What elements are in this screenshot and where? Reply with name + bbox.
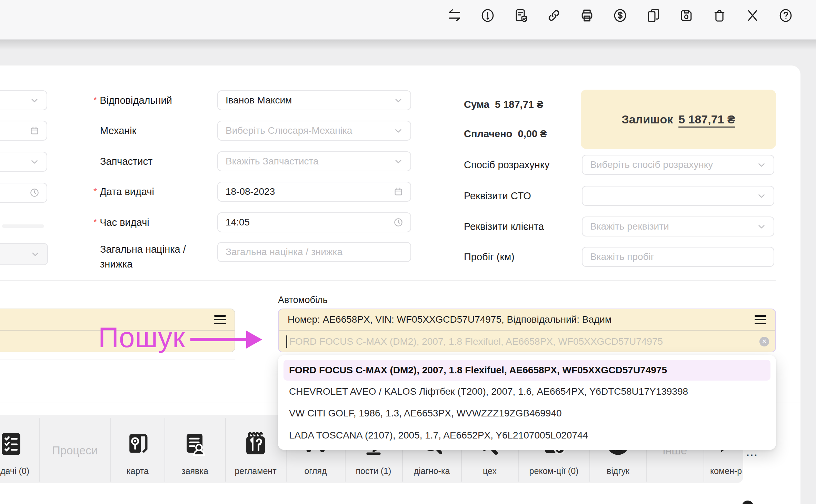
menu-icon[interactable] [214,315,226,324]
toolbar-item-diagnostics[interactable]: діагно-ка [414,466,450,476]
markup-placeholder: Загальна націнка / знижка [226,246,342,258]
copy-icon[interactable] [646,8,661,23]
toolbar-item-comments[interactable]: комен-р [710,466,742,476]
issue-time-value: 14:05 [226,217,250,228]
screenshot-canvas: *Відповідальний Механік Запчастист *Дата… [0,0,816,504]
insurance-doc-icon[interactable] [513,8,528,23]
link-icon[interactable] [546,8,561,23]
parts-specialist-select[interactable]: Вкажіть Запчастиста [217,151,411,171]
toolbar-actions [447,8,793,23]
mechanic-placeholder: Виберіть Слюсаря-Механіка [226,125,352,136]
issue-time-input[interactable]: 14:05 [217,212,411,232]
vehicle-option[interactable]: VW CITI GOLF, 1986, 1.3, AE6653PX, WVWZZ… [283,403,770,424]
parts-specialist-placeholder: Вкажіть Запчастиста [226,156,319,167]
chevron-down-icon [393,156,404,167]
markup-input[interactable]: Загальна націнка / знижка [217,242,411,262]
vehicle-search-panel: Номер: AE6658PX, VIN: WF05XXGCD57U74975,… [278,309,776,352]
toolbar-item-posts[interactable]: пости (1) [356,466,391,476]
toolbar-item-workshop[interactable]: цех [483,466,497,476]
calendar-tools-icon[interactable] [242,431,269,457]
label-markup-line2: знижка [100,259,132,270]
vehicle-option[interactable]: CHEVROLET AVEO / KALOS Ліфтбек (Т200), 2… [283,381,770,402]
label-mileage: Пробіг (км) [464,251,515,263]
chevron-down-icon [393,95,404,105]
label-client-details: Реквізити клієнта [464,221,544,232]
request-doc-icon[interactable] [182,431,208,457]
stub-select-2[interactable] [0,152,47,172]
save-icon[interactable] [679,8,694,23]
toolbar-item-recommendations[interactable]: реком-ції (0) [529,466,579,476]
mileage-input[interactable]: Вкажіть пробіг [582,247,774,267]
payment-method-placeholder: Виберіть спосіб розрахунку [590,159,713,170]
chevron-down-icon [756,191,767,201]
menu-icon[interactable] [755,315,766,324]
responsible-select[interactable]: Іванов Максим [217,90,411,110]
text-cursor [286,335,287,348]
toolbar-item-processes: Процеси [52,444,98,457]
toolbar-item-tasks[interactable]: адачі (0) [0,466,29,476]
alert-icon[interactable] [480,8,495,23]
toolbar-item-inspection[interactable]: огляд [304,466,327,476]
transfer-icon[interactable] [447,8,462,23]
label-markup-line1: Загальна націнка / [100,244,186,255]
toolbar-item-request[interactable]: заявка [181,466,208,476]
chevron-down-icon [756,221,767,232]
chevron-down-icon [29,157,40,167]
label-responsible: *Відповідальний [93,95,172,106]
left-list-divider [0,360,235,360]
client-details-select[interactable]: Вкажіть реквізити [582,216,774,236]
payment-icon[interactable] [613,8,628,23]
vehicle-option[interactable]: FORD FOCUS C-MAX (DM2), 2007, 1.8 Flexif… [283,360,770,381]
label-sto-details: Реквізити СТО [464,190,531,202]
toolbar-item-feedback[interactable]: відгук [607,466,629,476]
stub-time-field[interactable] [0,183,47,203]
issue-date-value: 18-08-2023 [226,186,275,197]
issue-date-input[interactable]: 18-08-2023 [217,182,411,202]
label-payment-method: Спосіб розрахунку [464,159,549,171]
client-details-placeholder: Вкажіть реквізити [590,221,669,232]
vehicle-selected-row[interactable]: Номер: AE6658PX, VIN: WF05XXGCD57U74975,… [279,309,775,331]
sum-value: 5 187,71 ₴ [495,99,543,110]
sto-details-select[interactable] [582,186,774,206]
mechanic-select[interactable]: Виберіть Слюсаря-Механіка [217,121,411,141]
stub-date-field[interactable] [0,121,47,141]
search-annotation-text: Пошук [98,321,185,354]
balance-label: Залишок [621,113,673,126]
stub-select-disabled[interactable] [0,243,48,265]
responsible-value: Іванов Максим [226,95,292,106]
close-icon[interactable] [745,8,760,23]
paid-row: Сплачено 0,00 ₴ [464,128,547,140]
checklist-icon[interactable] [0,431,24,457]
calendar-icon [393,187,404,197]
toolbar-shadow [0,40,816,50]
chevron-down-icon [30,249,40,259]
stub-select-1[interactable] [0,90,47,110]
chevron-down-icon [29,95,40,105]
label-mechanic: Механік [100,125,136,137]
vehicle-search-input[interactable]: FORD FOCUS C-MAX (DM2), 2007, 1.8 Flexif… [279,331,775,352]
help-icon[interactable] [778,8,793,23]
balance-value[interactable]: 5 187,71 ₴ [678,113,735,126]
vehicle-options-dropdown: FORD FOCUS C-MAX (DM2), 2007, 1.8 Flexif… [278,355,776,450]
vehicle-option[interactable]: LADA TOSCANA (2107), 2005, 1.7, AE6652PX… [283,425,770,446]
print-icon[interactable] [579,8,595,23]
search-annotation-arrow-line [190,338,248,341]
clock-icon [393,217,404,228]
payment-method-select[interactable]: Виберіть спосіб розрахунку [582,155,774,175]
toolbar-item-reglament[interactable]: регламент [235,466,276,476]
map-card-icon[interactable] [125,431,151,457]
clock-icon [29,188,40,198]
label-parts-specialist: Запчастист [100,156,152,167]
paid-value: 0,00 ₴ [518,128,547,139]
sum-row: Сума 5 187,71 ₴ [464,99,543,110]
delete-icon[interactable] [712,8,727,23]
stub-progress-bar [2,224,44,228]
balance-box: Залишок 5 187,71 ₴ [581,90,776,149]
chevron-down-icon [393,125,404,136]
toolbar-item-map[interactable]: карта [127,466,149,476]
vehicle-search-ghost-text: FORD FOCUS C-MAX (DM2), 2007, 1.8 Flexif… [289,336,663,347]
clear-input-icon[interactable]: ✕ [759,337,769,346]
calendar-icon [29,125,40,136]
vehicle-selected-summary: Номер: AE6658PX, VIN: WF05XXGCD57U74975,… [288,314,611,325]
vehicle-section-label: Автомобіль [278,295,328,305]
